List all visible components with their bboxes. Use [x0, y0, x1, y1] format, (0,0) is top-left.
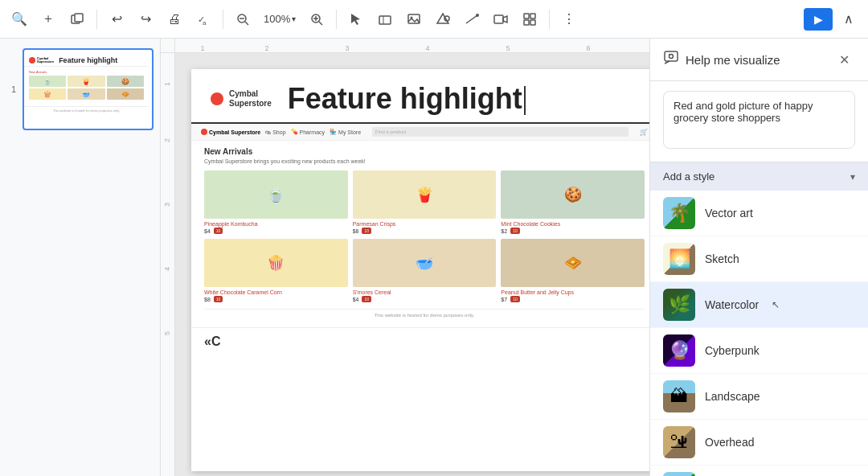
style-name-sketch: Sketch [705, 252, 739, 265]
style-item-cyberpunk[interactable]: 🔮 Cyberpunk [650, 328, 868, 374]
svg-rect-12 [379, 16, 391, 24]
svg-rect-25 [530, 20, 535, 25]
style-item-landscape[interactable]: 🏔 Landscape [650, 374, 868, 420]
style-thumb-cyberpunk: 🔮 [663, 334, 695, 367]
slide-number-1: 1 [11, 84, 16, 94]
search-bar-sm: Find a product [372, 127, 628, 137]
product-price-row-4: $8 10 [204, 296, 348, 302]
copy-frame-tool[interactable] [64, 6, 90, 32]
zoom-control[interactable]: 100% ▾ [259, 10, 301, 28]
style-thumb-overhead: 🏜 [663, 426, 695, 458]
svg-marker-16 [437, 14, 448, 23]
product-badge-3: 10 [510, 228, 520, 234]
right-panel: Help me visualize ✕ Red and gold picture… [649, 39, 868, 476]
ruler-mark-4: 4 [387, 44, 468, 52]
new-arrivals-section: New Arrivals Cymbal Superstore brings yo… [191, 141, 649, 327]
divider1 [96, 10, 97, 29]
slide-title[interactable]: Feature highlight [288, 82, 638, 116]
prompt-textarea[interactable]: Red and gold picture of happy grocery st… [663, 91, 855, 149]
divider3 [336, 10, 337, 29]
style-header-row[interactable]: Add a style ▾ [650, 162, 868, 191]
redo-tool[interactable]: ↪ [133, 6, 158, 32]
ruler-left-5: 5 [164, 301, 171, 365]
select-tool[interactable] [343, 6, 369, 32]
style-dropdown-arrow: ▾ [850, 171, 855, 183]
product-item-6: 🧇 Peanut Butter and Jelly Cups $7 10 [501, 239, 645, 302]
logo-circle [211, 92, 223, 105]
grid-tool[interactable] [517, 6, 542, 32]
product-price-3: $2 [501, 228, 507, 234]
style-item-overhead[interactable]: 🏜 Overhead [650, 420, 868, 466]
cursor-icon: ↖ [772, 299, 780, 310]
product-price-row-5: $4 10 [353, 296, 497, 302]
slide-footer: «C [191, 327, 649, 355]
product-name-6: Peanut Butter and Jelly Cups [501, 289, 645, 295]
style-item-watercolor[interactable]: 🌿 Watercolor ↖ [650, 282, 868, 328]
product-img-5: 🥣 [353, 239, 497, 287]
product-badge-6: 10 [510, 296, 520, 302]
text-cursor [524, 86, 526, 115]
style-item-sketch[interactable]: 🌅 Sketch [650, 236, 868, 282]
print-tool[interactable]: 🖨 [162, 6, 187, 32]
present-tool[interactable]: ▶ [804, 8, 833, 31]
product-price-row-2: $8 10 [353, 228, 497, 234]
video-tool[interactable] [488, 6, 514, 32]
slide-canvas[interactable]: Cymbal Superstore Feature highlight Cymb [191, 69, 649, 471]
frame-select-tool[interactable] [372, 6, 398, 32]
panel-header: Help me visualize ✕ [650, 39, 868, 81]
spell-tool[interactable]: ✓a [190, 6, 216, 32]
add-tool[interactable]: ＋ [35, 6, 61, 32]
product-img-3: 🍪 [501, 170, 645, 219]
svg-marker-11 [351, 14, 360, 25]
style-thumb-sketch: 🌅 [663, 243, 695, 275]
product-price-row-6: $7 10 [501, 296, 645, 302]
line-tool[interactable] [459, 6, 485, 32]
undo-tool[interactable]: ↩ [104, 6, 129, 32]
zoom-out-tool[interactable] [230, 6, 256, 32]
product-name-2: Parmesan Crisps [353, 221, 497, 227]
shape-tool[interactable] [430, 6, 456, 32]
website-name: Cymbal Superstore [209, 129, 260, 135]
nav-mystore: 🏪My Store [330, 129, 361, 135]
style-name-landscape: Landscape [705, 390, 760, 403]
section-subtitle: Cymbal Superstore brings you exciting ne… [204, 158, 645, 164]
style-thumb-vector-art: 🌴 [663, 197, 695, 229]
style-list: 🌴 Vector art 🌅 Sketch 🌿 Watercol [650, 191, 868, 476]
svg-line-18 [466, 15, 477, 23]
website-bar: Cymbal Superstore 🛍Shop 💊Pharmacy 🏪My St… [191, 124, 649, 141]
ruler-mark-5: 5 [468, 44, 548, 52]
svg-rect-22 [524, 14, 529, 18]
svg-line-8 [319, 22, 322, 25]
website-logo-sm: Cymbal Superstore [201, 129, 260, 135]
ruler-left-4: 4 [164, 236, 171, 301]
footer-logo: «C [204, 334, 220, 349]
style-thumb-landscape: 🏔 [663, 380, 695, 412]
product-img-1: 🍵 [204, 170, 348, 219]
search-tool[interactable]: 🔍 [6, 6, 32, 32]
style-thumb-clip-art: 🌴 [663, 472, 695, 476]
slide-1-thumbnail[interactable]: 1 CymbalSuperstore Feature highlight New… [23, 48, 154, 130]
product-name-3: Mint Chocolate Cookies [501, 221, 645, 227]
slide-header: Cymbal Superstore Feature highlight [191, 69, 649, 124]
close-button[interactable]: ✕ [833, 48, 855, 71]
svg-rect-26 [665, 51, 678, 61]
panel-title-row: Help me visualize [663, 50, 780, 70]
slide-thumb-content-1: CymbalSuperstore Feature highlight New A… [24, 53, 149, 125]
toolbar: 🔍 ＋ ↩ ↪ 🖨 ✓a 100% ▾ ⋮ ▶ ∧ [0, 0, 868, 39]
ruler-left-1: 1 [164, 60, 171, 108]
style-name-cyberpunk: Cyberpunk [705, 344, 760, 357]
svg-marker-21 [503, 16, 507, 23]
image-tool[interactable] [401, 6, 427, 32]
product-item-5: 🥣 S'mores Cereal $4 10 [353, 239, 497, 302]
slides-panel: 1 CymbalSuperstore Feature highlight New… [0, 39, 161, 476]
ruler-corner [161, 39, 175, 53]
zoom-in-tool[interactable] [304, 6, 330, 32]
product-badge-1: 10 [214, 228, 223, 234]
product-badge-2: 10 [362, 228, 371, 234]
more-tool[interactable]: ⋮ [556, 6, 582, 32]
main-area: 1 CymbalSuperstore Feature highlight New… [0, 39, 868, 476]
style-item-clip-art[interactable]: 🌴 Clip art [650, 466, 868, 476]
collapse-tool[interactable]: ∧ [836, 6, 862, 32]
style-item-vector-art[interactable]: 🌴 Vector art [650, 191, 868, 236]
product-price-row-3: $2 10 [501, 228, 645, 234]
